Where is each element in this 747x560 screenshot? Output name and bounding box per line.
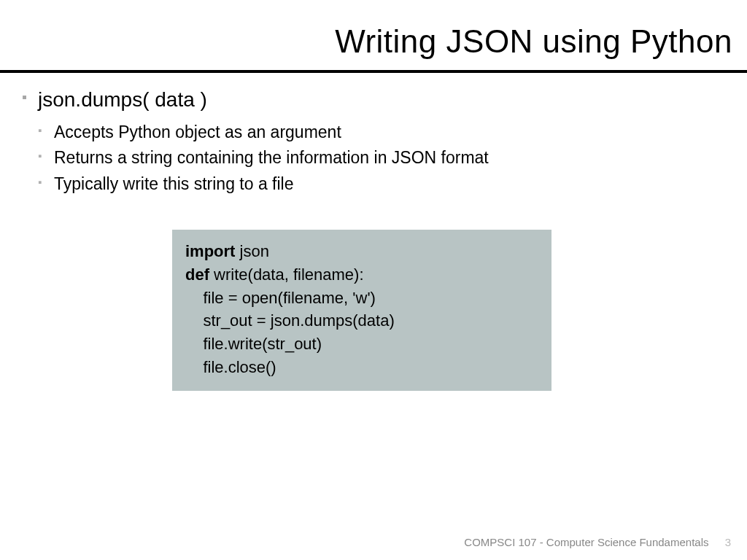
slide: Writing JSON using Python json.dumps( da… <box>0 0 747 560</box>
slide-footer: COMPSCI 107 - Computer Science Fundament… <box>464 536 731 548</box>
code-text: json <box>235 242 268 260</box>
code-line: def write(data, filename): <box>185 263 538 287</box>
code-line: file.close() <box>185 356 538 379</box>
slide-body: json.dumps( data ) Accepts Python object… <box>0 73 747 391</box>
footer-course: COMPSCI 107 - Computer Science Fundament… <box>464 536 708 548</box>
title-area: Writing JSON using Python <box>0 0 747 66</box>
code-keyword: def <box>185 265 209 284</box>
code-text: write(data, filename): <box>209 265 364 284</box>
sub-bullet: Accepts Python object as an argument <box>38 120 711 146</box>
code-line: file = open(filename, 'w') <box>185 287 538 310</box>
code-block: import json def write(data, filename): f… <box>172 230 551 391</box>
slide-title: Writing JSON using Python <box>0 23 732 60</box>
sub-bullet: Typically write this string to a file <box>38 171 711 198</box>
page-number: 3 <box>725 536 731 548</box>
code-line: str_out = json.dumps(data) <box>185 309 538 332</box>
code-line: file.write(str_out) <box>185 332 538 356</box>
code-keyword: import <box>185 242 235 260</box>
bullet-main: json.dumps( data ) Accepts Python object… <box>20 86 711 198</box>
bullet-list-level2: Accepts Python object as an argument Ret… <box>38 120 711 198</box>
bullet-list-level1: json.dumps( data ) Accepts Python object… <box>20 86 711 198</box>
code-line: import json <box>185 240 538 263</box>
bullet-main-text: json.dumps( data ) <box>38 88 207 111</box>
sub-bullet: Returns a string containing the informat… <box>38 145 711 171</box>
